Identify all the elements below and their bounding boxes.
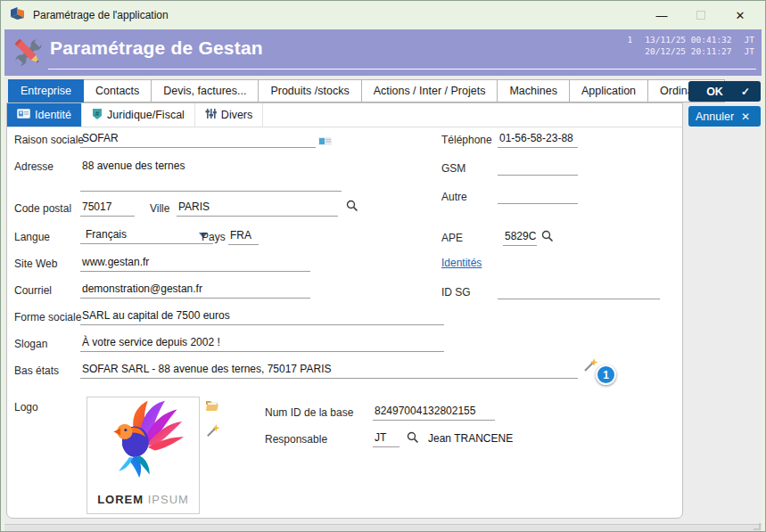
id-card-icon (17, 109, 30, 121)
open-folder-icon[interactable] (205, 399, 220, 415)
autre-input[interactable] (498, 188, 578, 204)
id-sg-input[interactable] (498, 283, 660, 299)
subtab-divers[interactable]: Divers (195, 103, 263, 127)
langue-select[interactable]: Français (80, 226, 213, 244)
ville-search-icon[interactable] (346, 200, 358, 216)
raison-sociale-input[interactable]: SOFAR (80, 131, 316, 148)
site-web-input[interactable]: www.gestan.fr (80, 255, 310, 272)
logo-brand-text: LOREM IPSUM (87, 493, 199, 506)
pays-label: Pays (202, 229, 226, 245)
ape-input[interactable]: 5829C (503, 229, 537, 246)
bas-etats-input[interactable]: SOFAR SARL - 88 avenue des ternes, 75017… (80, 362, 578, 379)
revision-info: 1 13/11/25 00:41:32 JT 20/12/25 20:11:27… (628, 34, 754, 57)
adresse-label: Adresse (14, 159, 54, 175)
subtab-juridique-label: Juridique/Fiscal (107, 109, 185, 121)
id-sg-label: ID SG (441, 284, 471, 300)
app-logo-icon (10, 6, 25, 24)
tab-actions-inter-projets[interactable]: Actions / Inter / Projets (361, 79, 498, 102)
gsm-input[interactable] (498, 160, 578, 176)
tab-machines[interactable]: Machines (497, 79, 570, 102)
autre-label: Autre (441, 189, 467, 205)
raison-sociale-label: Raison sociale (14, 132, 84, 148)
logo-label: Logo (14, 399, 38, 415)
svg-text:#: # (95, 109, 100, 117)
courriel-label: Courriel (14, 282, 52, 299)
tab-application[interactable]: Application (569, 79, 648, 102)
window-title: Paramétrage de l'application (33, 9, 169, 21)
num-id-label: Num ID de la base (265, 405, 353, 421)
logo-brand-light: IPSUM (148, 493, 189, 506)
sliders-icon (205, 108, 217, 122)
tab-produits-stocks[interactable]: Produits /stocks (258, 79, 361, 102)
cancel-button[interactable]: Annuler ✕ (688, 106, 761, 127)
responsable-label: Responsable (265, 431, 327, 447)
close-button[interactable]: ✕ (721, 3, 760, 28)
bird-logo-image (95, 397, 193, 483)
tools-icon (11, 35, 46, 74)
code-postal-input[interactable]: 75017 (80, 200, 135, 217)
ville-label: Ville (150, 201, 169, 217)
ape-label: APE (441, 230, 463, 246)
status-bar (4, 524, 762, 531)
code-postal-label: Code postal (14, 201, 71, 217)
telephone-label: Téléphone (441, 132, 492, 148)
logo-wand-icon[interactable] (205, 423, 220, 442)
forme-sociale-input[interactable]: SARL au capital de 7500 euros (80, 308, 444, 325)
resize-grip[interactable] (754, 523, 761, 530)
settings-window: Paramétrage de l'application — ✕ (0, 0, 766, 532)
entreprise-panel: Identité # Juridique/Fiscal (6, 102, 683, 519)
num-id-input[interactable]: 82497004132802155 (373, 404, 495, 421)
subtab-identite[interactable]: Identité (7, 103, 82, 127)
slogan-label: Slogan (14, 336, 47, 352)
logo-preview: LOREM IPSUM (86, 397, 200, 514)
notification-badge: 1 (596, 364, 616, 385)
subtab-identite-label: Identité (35, 109, 71, 121)
check-icon: ✓ (741, 86, 761, 98)
maximize-icon (696, 11, 705, 20)
logo-brand-bold: LOREM (97, 493, 144, 506)
ape-search-icon[interactable] (541, 230, 554, 246)
gsm-label: GSM (441, 160, 465, 176)
courriel-input[interactable]: demonstration@gestan.fr (80, 282, 310, 299)
subtab-juridique-fiscal[interactable]: # Juridique/Fiscal (82, 103, 195, 127)
titlebar: Paramétrage de l'application — ✕ (1, 1, 765, 29)
main-tab-bar: Entreprise Contacts Devis, factures... P… (8, 79, 724, 102)
modified-by-initials: JT (745, 45, 754, 57)
x-icon: ✕ (741, 110, 761, 123)
main-area: Entreprise Contacts Devis, factures... P… (4, 76, 762, 524)
slogan-input[interactable]: À votre service depuis 2002 ! (80, 335, 444, 352)
page-header: Paramétrage de Gestan 1 13/11/25 00:41:3… (4, 29, 762, 76)
cancel-label: Annuler (688, 110, 741, 123)
revision-number: 1 (628, 34, 633, 45)
bas-etats-label: Bas états (14, 363, 59, 379)
page-title: Paramétrage de Gestan (50, 37, 263, 59)
hash-pin-icon: # (92, 108, 103, 123)
sub-tab-bar: Identité # Juridique/Fiscal (7, 103, 682, 127)
modified-datetime: 20/12/25 20:11:27 (645, 45, 731, 57)
tab-entreprise[interactable]: Entreprise (8, 79, 84, 102)
responsable-search-icon[interactable] (407, 431, 419, 447)
ok-button[interactable]: OK ✓ (688, 81, 761, 102)
subtab-divers-label: Divers (221, 109, 252, 121)
tab-contacts[interactable]: Contacts (83, 79, 152, 102)
responsable-fullname: Jean TRANCENE (428, 432, 513, 445)
identites-link[interactable]: Identités (441, 257, 482, 269)
tab-devis-factures[interactable]: Devis, factures... (151, 79, 259, 102)
ville-input[interactable]: PARIS (177, 200, 338, 217)
minimize-button[interactable]: — (642, 3, 681, 28)
site-web-label: Site Web (14, 256, 57, 272)
langue-label: Langue (14, 229, 50, 245)
pays-input[interactable]: FRA (228, 228, 259, 245)
forme-sociale-label: Forme sociale (14, 309, 81, 325)
vcard-icon[interactable] (318, 133, 332, 149)
ok-label: OK (688, 86, 741, 98)
title-underline (48, 69, 756, 70)
langue-selected-value: Français (80, 228, 199, 241)
maximize-button[interactable] (681, 3, 721, 28)
telephone-input[interactable]: 01-56-58-23-88 (498, 131, 578, 148)
responsable-input[interactable]: JT (373, 430, 399, 447)
created-datetime: 13/11/25 00:41:32 (645, 34, 731, 45)
created-by-initials: JT (745, 34, 754, 45)
adresse-input[interactable]: 88 avenue des ternes (80, 158, 342, 192)
